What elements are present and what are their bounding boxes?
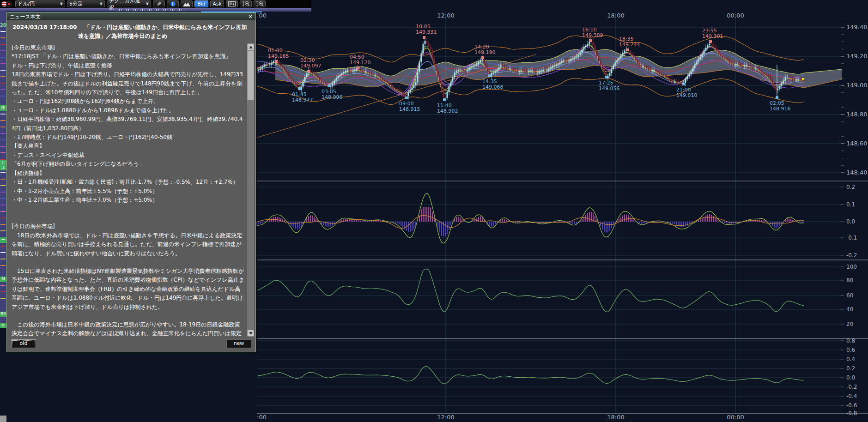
legend-line-swatch [0,139,6,140]
svg-text:40: 40 [846,306,853,313]
news-paragraph: [今日の海外市場] [12,222,244,231]
chevron-down-icon: ▼ [100,2,103,6]
svg-text:18:00: 18:00 [607,414,624,421]
legend-line-swatch [0,185,6,186]
news-paragraph: ・中・1-2月鉱工業生産：前年比+7.0%（予想：+5.0%） [12,196,244,205]
news-paragraph [12,205,244,213]
toolbar: ドル/円 ▼ 5分足 ▼ テクニカル選択 ▼ ✎ i Bid Ask [0,0,311,8]
legend-item-ピボ[interactable]: ピボ [0,160,6,170]
legend-item-ー[interactable]: ー [0,237,6,243]
legend-line-swatch [0,44,6,45]
resize-corner[interactable] [0,416,6,422]
news-paragraph [12,213,244,222]
candlestick-icon [228,1,236,6]
indicator-legend-sidebar[interactable]: 20移ピボーMRSモ [0,12,6,328]
ask-label: Ask [212,1,222,7]
legend-item-M[interactable]: M [0,277,6,282]
legend-item-RS[interactable]: RS [0,312,6,317]
svg-text:148.996: 148.996 [322,94,343,100]
draw-tool-button[interactable]: ✎ [153,0,165,7]
legend-item-モ[interactable]: モ [0,323,6,328]
triangle-down-icon [249,332,253,335]
mountain-chart-button[interactable] [181,0,193,7]
legend-line-swatch [0,298,6,299]
legend-line-swatch [0,57,6,58]
zoom-out-button[interactable] [240,0,252,7]
svg-text:149.165: 149.165 [268,53,289,59]
svg-text:0.4: 0.4 [846,356,855,362]
svg-text:00:00: 00:00 [727,12,744,19]
mountain-icon [183,2,190,6]
pair-select-value: ドル/円 [18,0,35,7]
scrollbar-track[interactable] [247,100,254,330]
svg-text:149.190: 149.190 [474,49,496,55]
svg-text:0.0: 0.0 [846,218,855,225]
news-paragraph: [今日の東京市場] [12,43,244,52]
new-button[interactable]: new [226,339,251,348]
news-paragraph: *17:18JST 「ドル・円は底堅い値動きか、日米中銀にらみも米インフレ再加速… [12,52,244,61]
news-paragraph: ・日経平均株価：始値38,960.99円、高値39,769.11円、安値38,9… [12,115,244,133]
old-button[interactable]: old [11,339,36,348]
scroll-up-button[interactable] [247,43,254,50]
news-paragraph [12,258,244,267]
svg-text:149.00: 149.00 [846,82,868,89]
legend-line-swatch [0,198,6,199]
svg-text::00: :00 [257,12,267,19]
scroll-down-button[interactable] [247,330,254,337]
legend-line-swatch [0,265,6,266]
legend-line-swatch [0,114,6,115]
svg-text:149.20: 149.20 [846,53,868,60]
timeframe-select[interactable]: 5分足 ▼ [67,0,105,7]
svg-text:148.60: 148.60 [846,140,868,147]
news-paragraph: この後の海外市場は日米中銀の政策決定に思惑が広がりやすい。18-19日の日銀金融… [12,320,244,338]
close-icon[interactable]: × [248,14,253,19]
svg-text:00:00: 00:00 [727,414,744,421]
news-window: ニュース本文 × 2024/03/18 17:18:00 「ドル・円は底堅い値動… [6,12,256,352]
legend-line-swatch [0,146,6,147]
pencil-icon: ✎ [156,2,162,6]
technical-select-label: テクニカル選択 [109,0,141,11]
svg-text:-0.2: -0.2 [846,252,857,259]
news-scrollbar[interactable] [247,43,254,337]
legend-line-swatch [0,96,6,96]
news-window-titlebar[interactable]: ニュース本文 × [7,13,255,20]
info-button[interactable]: i [167,0,179,7]
japan-flag-icon [6,1,12,7]
news-body-text: [今日の東京市場]*17:18JST 「ドル・円は底堅い値動きか、日米中銀にらみ… [12,43,244,338]
svg-text:148.915: 148.915 [399,106,420,112]
pair-select[interactable]: ドル/円 ▼ [15,0,65,7]
svg-text:149.068: 149.068 [482,84,504,90]
legend-line-swatch [0,246,6,247]
scrollbar-thumb[interactable] [247,50,254,100]
legend-item-20[interactable]: 20 [0,23,6,28]
legend-line-swatch [0,291,6,292]
legend-line-swatch [0,252,6,253]
currency-pair-flags-icon [1,1,13,7]
legend-line-swatch [0,120,6,121]
news-paragraph: 【経済指標】 [12,169,244,178]
legend-line-swatch [0,224,6,225]
news-paragraph: ・日・1月機械受注(船舶・電力除く民需)：前月比-1.7%（予想：-0.5%、1… [12,178,244,187]
timeline-strip[interactable] [0,8,311,12]
svg-text:148.40: 148.40 [846,169,868,176]
zoom-out-icon [242,1,250,7]
svg-text:0.2: 0.2 [846,184,855,190]
technical-select-button[interactable]: テクニカル選択 ▼ [107,0,151,7]
zoom-in-button[interactable] [254,0,266,7]
bid-button[interactable]: Bid [194,0,208,7]
timeframe-select-value: 5分足 [69,0,83,7]
news-paragraph: ・ユーロ・ドルは1.0880ドルから1.0896ドルまで値を上げた。 [12,106,244,115]
news-headline: 2024/03/18 17:18:00 「ドル・円は底堅い値動きか、日米中銀にら… [7,20,255,43]
news-paragraph: ・17時時点：ドル円149円10-20銭、ユーロ・円162円40-50銭 [12,133,244,142]
svg-text:149.097: 149.097 [300,63,322,69]
news-paragraph: ・デコス・スペイン中銀総裁 [12,151,244,160]
legend-item-移[interactable]: 移 [0,105,6,111]
ask-button[interactable]: Ask [210,0,224,7]
candle-chart-button[interactable] [226,0,238,7]
svg-text:18:00: 18:00 [607,12,624,19]
legend-line-swatch [0,159,6,160]
legend-line-swatch [0,172,6,173]
svg-text:-0.2: -0.2 [846,384,857,390]
news-paragraph: ・中・1-2月小売売上高：前年比+5.5%（予想：+5.0%） [12,187,244,196]
svg-text:0.2: 0.2 [846,365,855,372]
